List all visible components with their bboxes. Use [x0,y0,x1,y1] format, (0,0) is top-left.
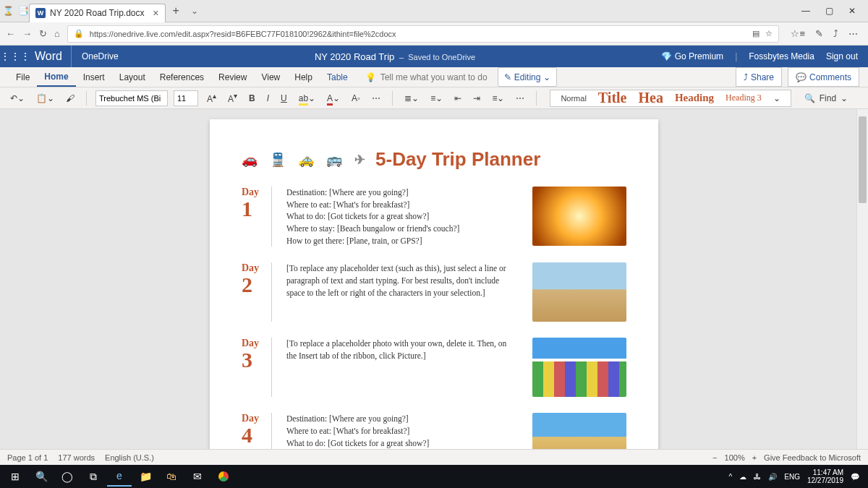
document-title[interactable]: NY 2020 Road Trip [315,51,394,62]
tab-home[interactable]: Home [37,67,75,87]
font-color-button[interactable]: A⌄ [324,92,343,105]
day-image-surfboards[interactable] [532,338,626,397]
style-heading1[interactable]: Hea [632,90,668,106]
tell-me-search[interactable]: 💡Tell me what you want to do [365,67,488,87]
outdent-button[interactable]: ⇤ [451,92,464,105]
tab-references[interactable]: References [153,67,211,87]
start-button[interactable]: ⊞ [3,466,27,487]
tray-network-icon[interactable]: 🖧 [754,473,761,481]
document-canvas[interactable]: 🚗 🚆 🚕 🚌 ✈ 5-Day Trip Planner Day1 Destin… [0,109,868,449]
clear-format-button[interactable]: A◦ [349,92,363,105]
day-row-1[interactable]: Day1 Destination: [Where are you going?]… [242,187,626,247]
window-close-icon[interactable]: ✕ [845,6,859,16]
style-title[interactable]: Title [592,90,633,106]
highlight-button[interactable]: ab⌄ [296,92,318,105]
styles-gallery[interactable]: Normal Title Hea Heading Heading 3 ⌄ [550,90,791,107]
tab-insert[interactable]: Insert [76,67,112,87]
undo-button[interactable]: ↶⌄ [7,92,27,105]
day-row-3[interactable]: Day3 [To replace a placeholder photo wit… [242,338,626,397]
shrink-font-button[interactable]: A▾ [225,90,240,106]
feedback-link[interactable]: Give Feedback to Microsoft [764,453,861,462]
store-taskbar-icon[interactable]: 🛍 [159,466,184,487]
close-tab-icon[interactable]: × [153,7,158,19]
tab-review[interactable]: Review [211,67,254,87]
nav-refresh-icon[interactable]: ↻ [39,28,47,39]
more-font-button[interactable]: ⋯ [369,92,383,105]
tab-layout[interactable]: Layout [112,67,153,87]
notes-icon[interactable]: ✎ [815,28,823,39]
word-count[interactable]: 177 words [58,453,95,462]
day-image-concert[interactable] [532,187,626,246]
zoom-level[interactable]: 100% [725,453,745,462]
zoom-in-icon[interactable]: + [752,453,757,462]
taskview-icon[interactable]: ⧉ [81,466,106,487]
format-painter-button[interactable]: 🖌 [63,92,77,105]
align-button[interactable]: ≡⌄ [489,92,507,105]
tray-lang[interactable]: ENG [784,473,800,481]
paste-button[interactable]: 📋⌄ [33,92,57,105]
language-indicator[interactable]: English (U.S.) [105,453,154,462]
day-text[interactable]: Destination: [Where are you going?] Wher… [286,187,518,247]
day-row-4[interactable]: Day4 Destination: [Where are you going?]… [242,413,626,449]
document-page[interactable]: 🚗 🚆 🚕 🚌 ✈ 5-Day Trip Planner Day1 Destin… [210,119,658,449]
explorer-taskbar-icon[interactable]: 📁 [133,466,158,487]
scrollbar-thumb[interactable] [859,116,867,203]
day-image-sandcastle[interactable] [532,413,626,449]
tab-view[interactable]: View [254,67,287,87]
italic-button[interactable]: I [264,92,272,105]
indent-button[interactable]: ⇥ [470,92,483,105]
nav-home-icon[interactable]: ⌂ [54,28,60,39]
nav-back-icon[interactable]: ← [6,28,15,39]
tab-file[interactable]: File [9,67,37,87]
underline-button[interactable]: U [278,92,290,105]
chrome-taskbar-icon[interactable] [211,466,236,487]
grow-font-button[interactable]: A▴ [204,90,219,106]
app-launcher-icon[interactable]: ⋮⋮⋮ [0,51,26,62]
style-heading2[interactable]: Heading [669,92,720,104]
numbering-button[interactable]: ≡⌄ [427,92,446,105]
styles-more-icon[interactable]: ⌄ [767,93,786,103]
new-tab-button[interactable]: + [166,4,187,17]
share-icon[interactable]: ⤴ [833,28,838,39]
tray-onedrive-icon[interactable]: ☁ [739,473,746,481]
day-row-2[interactable]: Day2 [To replace any placeholder text (s… [242,262,626,322]
star-icon[interactable]: ☆ [765,29,773,38]
vertical-scrollbar[interactable] [856,109,868,449]
find-button[interactable]: 🔍Find ⌄ [804,93,848,103]
onedrive-link[interactable]: OneDrive [72,51,129,61]
bold-button[interactable]: B [246,92,258,105]
reader-icon[interactable]: ▤ [752,29,760,38]
nav-forward-icon[interactable]: → [22,28,32,39]
doc-heading[interactable]: 🚗 🚆 🚕 🚌 ✈ 5-Day Trip Planner [242,148,626,171]
tab-actions-icon[interactable]: ⌄ [187,6,198,16]
share-button[interactable]: ⤴Share [736,67,782,87]
more-icon[interactable]: ⋯ [848,28,858,39]
sign-out-link[interactable]: Sign out [826,51,858,61]
more-para-button[interactable]: ⋯ [513,92,527,105]
browser-recent-icon[interactable]: ⌛ [3,6,14,16]
window-maximize-icon[interactable]: ▢ [822,6,836,16]
editing-mode-dropdown[interactable]: ✎Editing⌄ [498,67,558,87]
tab-table[interactable]: Table [320,67,355,87]
tray-volume-icon[interactable]: 🔊 [768,473,777,481]
browser-tab-active[interactable]: W NY 2020 Road Trip.docx × [29,4,166,22]
bullets-button[interactable]: ≣⌄ [401,92,422,105]
font-size-combo[interactable] [174,90,198,106]
zoom-out-icon[interactable]: − [712,453,717,462]
action-center-icon[interactable]: 💬 [851,473,859,481]
taskbar-clock[interactable]: 11:47 AM 12/27/2019 [807,468,843,484]
browser-sidebar-icon[interactable]: 📑 [18,6,29,16]
style-heading3[interactable]: Heading 3 [720,93,767,103]
edge-taskbar-icon[interactable]: e [107,466,132,487]
comments-button[interactable]: 💬Comments [788,67,859,87]
page-indicator[interactable]: Page 1 of 1 [7,453,48,462]
font-name-combo[interactable] [95,90,168,106]
user-name[interactable]: Fossbytes Media [749,51,814,61]
search-taskbar-icon[interactable]: 🔍 [29,466,54,487]
day-image-beach[interactable] [532,262,626,322]
word-brand[interactable]: Word [26,46,72,67]
mail-taskbar-icon[interactable]: ✉ [185,466,210,487]
go-premium-button[interactable]: 💎 Go Premium [661,51,723,61]
address-bar[interactable]: 🔒 https://onedrive.live.com/edit.aspx?re… [67,25,780,43]
favorites-icon[interactable]: ☆≡ [791,28,805,39]
